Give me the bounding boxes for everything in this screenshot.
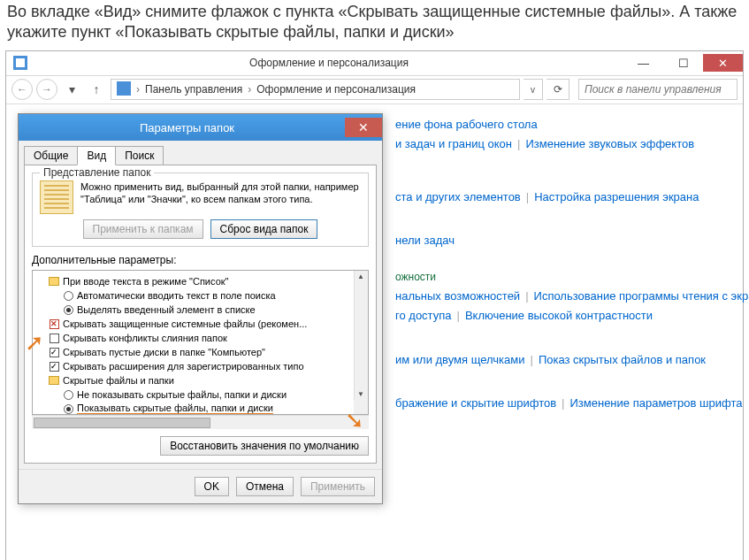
cancel-button[interactable]: Отмена	[236, 477, 294, 496]
svg-rect-2	[117, 81, 131, 96]
folder-view-text: Можно применить вид, выбранный для этой …	[80, 180, 361, 214]
link[interactable]: го доступа	[395, 309, 451, 322]
refresh-button[interactable]: ⟳	[546, 79, 569, 100]
link[interactable]: нели задач	[395, 234, 455, 247]
dialog-button-row: OK Отмена Применить	[19, 469, 382, 503]
search-input[interactable]	[585, 80, 731, 99]
breadcrumb-sep: ›	[136, 83, 140, 96]
tree-item[interactable]: Скрывать расширения для зарегистрированн…	[63, 361, 304, 372]
radio-icon[interactable]	[63, 389, 73, 400]
checkbox-icon[interactable]	[49, 333, 59, 343]
tree-item[interactable]: При вводе текста в режиме "Список"	[63, 276, 228, 287]
link[interactable]: бражение и скрытие шрифтов	[395, 396, 556, 410]
tree-item-hide-protected[interactable]: Скрывать защищенные системные файлы (рек…	[63, 318, 307, 329]
checkbox-icon[interactable]	[49, 318, 59, 329]
breadcrumb-dropdown[interactable]: v	[524, 79, 543, 100]
tree-item[interactable]: Выделять введенный элемент в списке	[77, 304, 256, 315]
tab-general[interactable]: Общие	[24, 146, 78, 165]
instruction-text: Во вкладке «Вид» снимите флажок с пункта…	[0, 0, 749, 50]
svg-rect-1	[16, 58, 25, 67]
folder-options-dialog: Параметры папок ✕ Общие Вид Поиск Предст…	[18, 113, 383, 504]
link[interactable]: Изменение звуковых эффектов	[525, 137, 694, 150]
apply-to-folders-button[interactable]: Применить к папкам	[83, 219, 203, 239]
tree-item[interactable]: Скрывать конфликты слияния папок	[63, 333, 227, 343]
search-box[interactable]	[578, 79, 738, 100]
scroll-thumb[interactable]	[34, 418, 210, 428]
link[interactable]: Показ скрытых файлов и папок	[539, 353, 706, 366]
breadcrumb[interactable]: › Панель управления › Оформление и персо…	[111, 79, 520, 100]
tree-item[interactable]: Автоматически вводить текст в поле поиск…	[77, 290, 276, 301]
breadcrumb-sep: ›	[248, 83, 251, 96]
links-column: ение фона рабочего стола и задач и грани…	[395, 116, 734, 412]
history-dropdown[interactable]: ▾	[61, 79, 82, 100]
checkbox-icon[interactable]	[49, 361, 59, 372]
restore-defaults-button[interactable]: Восстановить значения по умолчанию	[160, 436, 369, 456]
radio-icon[interactable]	[63, 403, 73, 414]
link[interactable]: ста и других элементов	[395, 190, 521, 203]
tab-strip: Общие Вид Поиск	[24, 146, 377, 165]
tab-search[interactable]: Поиск	[115, 146, 164, 165]
radio-icon[interactable]	[63, 290, 73, 301]
apply-button[interactable]: Применить	[301, 477, 375, 496]
link[interactable]: Включение высокой контрастности	[465, 309, 653, 322]
folder-icon	[49, 375, 59, 386]
folder-preview-icon	[40, 180, 73, 214]
radio-icon[interactable]	[63, 304, 73, 315]
crumb-2[interactable]: Оформление и персонализация	[256, 83, 416, 96]
dialog-titlebar: Параметры папок ✕	[19, 114, 382, 141]
dialog-title: Параметры папок	[29, 121, 345, 134]
breadcrumb-icon	[117, 81, 131, 98]
tree-item[interactable]: Скрытые файлы и папки	[63, 375, 174, 386]
crumb-1[interactable]: Панель управления	[145, 83, 242, 96]
link[interactable]: и задач и границ окон	[395, 137, 512, 150]
advanced-settings-label: Дополнительные параметры:	[32, 254, 369, 266]
link[interactable]: Изменение параметров шрифта	[569, 396, 742, 410]
up-button[interactable]: ↑	[86, 79, 107, 100]
tree-item-show-hidden[interactable]: Показывать скрытые файлы, папки и диски	[77, 403, 273, 415]
folder-view-group: Представление папок Можно применить вид,…	[32, 173, 369, 247]
tab-view[interactable]: Вид	[77, 146, 116, 165]
reset-folder-view-button[interactable]: Сброс вида папок	[210, 219, 318, 239]
link[interactable]: нальных возможностей	[395, 289, 520, 303]
horizontal-scrollbar[interactable]	[32, 415, 369, 429]
link[interactable]: Настройка разрешения экрана	[534, 190, 699, 203]
window-controls: — ☐ ✕	[623, 54, 743, 72]
app-icon	[13, 56, 27, 70]
close-button[interactable]: ✕	[703, 54, 743, 72]
tree-item[interactable]: Не показывать скрытые файлы, папки и дис…	[77, 389, 287, 400]
annotation-arrow-icon: ➘	[345, 407, 364, 434]
folder-icon	[49, 276, 59, 287]
forward-button[interactable]: →	[36, 79, 57, 100]
vertical-scrollbar[interactable]	[354, 271, 368, 400]
navigation-row: ← → ▾ ↑ › Панель управления › Оформление…	[6, 76, 743, 104]
category-heading: ожности	[395, 269, 734, 285]
link[interactable]: им или двумя щелчками	[395, 353, 525, 366]
annotation-arrow-icon: ➚	[25, 329, 44, 357]
group-legend: Представление папок	[40, 166, 154, 179]
link[interactable]: ение фона рабочего стола	[395, 118, 538, 131]
minimize-button[interactable]: —	[623, 54, 663, 72]
ok-button[interactable]: OK	[195, 477, 229, 496]
link[interactable]: Использование программы чтения с экрана	[534, 289, 749, 303]
advanced-settings-tree[interactable]: При вводе текста в режиме "Список" Автом…	[32, 270, 369, 415]
back-button[interactable]: ←	[11, 79, 33, 100]
tree-item[interactable]: Скрывать пустые диски в папке "Компьютер…	[63, 347, 265, 357]
titlebar: Оформление и персонализация — ☐ ✕	[6, 51, 743, 76]
dialog-close-button[interactable]: ✕	[345, 118, 382, 137]
maximize-button[interactable]: ☐	[663, 54, 703, 72]
checkbox-icon[interactable]	[49, 347, 59, 357]
window-title: Оформление и персонализация	[34, 57, 623, 69]
tab-panel-view: Представление папок Можно применить вид,…	[24, 165, 377, 464]
